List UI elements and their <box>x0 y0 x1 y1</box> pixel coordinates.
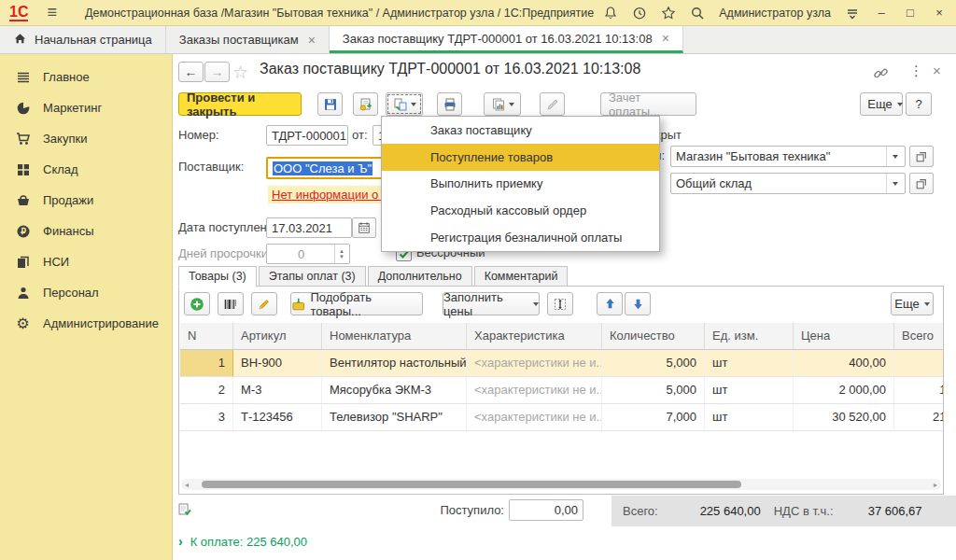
menu-item-goods-receipt[interactable]: Поступление товаров <box>382 144 659 171</box>
tab-additional[interactable]: Дополнительно <box>368 266 472 287</box>
goods-more-label: Еще <box>894 297 919 311</box>
forward-button[interactable]: → <box>204 62 230 82</box>
scroll-right-icon[interactable]: ▸ <box>930 481 941 489</box>
col-header-characteristic[interactable]: Характеристика <box>467 323 602 349</box>
menu-item-supplier-order[interactable]: Заказ поставщику <box>382 117 659 144</box>
offset-payment-button[interactable]: Зачет оплаты... <box>600 92 696 116</box>
goods-more-button[interactable]: Еще <box>891 292 934 315</box>
number-field[interactable]: ТДРТ-000001 <box>266 125 348 146</box>
edit-button[interactable] <box>540 92 565 116</box>
number-value: ТДРТ-000001 <box>272 129 346 143</box>
close-form-icon[interactable]: × <box>933 63 941 78</box>
to-pay-expander[interactable]: › К оплате: 225 640,00 <box>178 534 307 549</box>
move-row-up-button[interactable] <box>597 292 623 315</box>
more-dots-icon[interactable]: ⋮ <box>909 63 923 79</box>
calendar-picker-button[interactable] <box>352 217 376 238</box>
total-value: 225 640,00 <box>658 504 761 518</box>
supplier-value: ООО "Слеза и Ъ" <box>273 161 373 175</box>
printer-icon <box>443 97 457 112</box>
sidebar-item-sklad[interactable]: Склад <box>0 154 172 185</box>
save-button[interactable] <box>317 92 343 116</box>
pick-goods-button[interactable]: Подобрать товары... <box>290 292 423 315</box>
spinner-arrows-icon[interactable]: ▲▼ <box>334 245 344 263</box>
home-tab[interactable]: Начальная страница <box>0 26 166 53</box>
sidebar-item-nsi[interactable]: НСИ <box>0 246 172 277</box>
col-header-nomenclature[interactable]: Номенклатура <box>322 323 467 349</box>
close-tab-icon[interactable]: × <box>662 31 669 46</box>
store-field[interactable]: Магазин "Бытовая техника" <box>670 146 906 167</box>
col-header-total[interactable]: Всего <box>894 323 943 349</box>
tab-supplier-order-document[interactable]: Заказ поставщику ТДРТ-000001 от 16.03.20… <box>330 26 683 53</box>
help-button[interactable]: ? <box>906 92 932 116</box>
warehouse-field[interactable]: Общий склад <box>670 173 906 194</box>
combo-dropdown-icon[interactable] <box>886 174 900 193</box>
sidebar-item-administrirovanie[interactable]: ⚙ Администрирование <box>0 308 172 339</box>
sidebar-item-finansy[interactable]: ₽ Финансы <box>0 216 172 246</box>
overdue-days-field[interactable]: 0 ▲▼ <box>266 244 350 264</box>
more-button[interactable]: Еще <box>860 92 903 116</box>
get-link-icon[interactable] <box>873 65 889 84</box>
sidebar-item-marketing[interactable]: Маркетинг <box>0 92 172 123</box>
receipt-date-value: 17.03.2021 <box>272 221 332 235</box>
warehouse-grid-icon <box>15 161 31 177</box>
close-tab-icon[interactable]: × <box>308 33 316 48</box>
combo-dropdown-icon[interactable] <box>886 147 900 166</box>
col-header-unit[interactable]: Ед. изм. <box>705 323 794 349</box>
barcode-scan-button[interactable] <box>218 292 244 315</box>
post-document-icon <box>358 97 373 112</box>
favorites-star-icon[interactable] <box>661 6 676 21</box>
hamburger-menu-icon[interactable]: ≡ <box>47 3 57 22</box>
current-user[interactable]: Администратор узла <box>719 7 831 20</box>
history-clock-icon[interactable] <box>632 6 647 21</box>
col-header-price[interactable]: Цена <box>794 323 894 349</box>
minimize-button[interactable]: – <box>874 6 889 20</box>
table-row[interactable]: 2 М-3 Мясорубка ЭКМ-3 <характеристики не… <box>180 377 943 404</box>
receipt-date-field[interactable]: 17.03.2021 <box>266 217 352 238</box>
search-icon[interactable] <box>690 6 705 21</box>
horizontal-scrollbar[interactable]: ◂ ▸ <box>181 479 941 490</box>
open-warehouse-button[interactable] <box>909 173 934 194</box>
post-document-button[interactable] <box>353 92 378 116</box>
move-row-down-button[interactable] <box>625 292 651 315</box>
scrollbar-thumb[interactable] <box>202 481 741 488</box>
notifications-bell-icon[interactable] <box>603 6 618 21</box>
col-header-quantity[interactable]: Количество <box>602 323 705 349</box>
post-and-close-button[interactable]: Провести и закрыть <box>178 92 302 116</box>
sidebar-item-zakupki[interactable]: Закупки <box>0 123 172 154</box>
menu-item-perform-acceptance[interactable]: Выполнить приемку <box>382 171 659 198</box>
favorite-star-icon[interactable]: ☆ <box>232 62 248 83</box>
yellow-pencil-icon <box>257 297 272 312</box>
dropdown-arrow-icon <box>924 302 930 306</box>
tab-payment-stages[interactable]: Этапы оплат (3) <box>259 266 366 287</box>
open-store-button[interactable] <box>909 146 934 167</box>
scroll-left-icon[interactable]: ◂ <box>181 481 192 489</box>
edit-row-button[interactable] <box>251 292 277 315</box>
maximize-button[interactable]: □ <box>903 6 918 20</box>
add-row-button[interactable] <box>184 292 210 315</box>
tab-supplier-orders-list[interactable]: Заказы поставщикам × <box>166 26 330 53</box>
col-header-article[interactable]: Артикул <box>233 323 322 349</box>
col-header-n[interactable]: N <box>180 323 233 349</box>
sidebar-item-personal[interactable]: Персонал <box>0 277 172 308</box>
sidebar-item-glavnoe[interactable]: Главное <box>0 62 172 92</box>
sidebar-item-prodazhi[interactable]: Продажи <box>0 185 172 216</box>
received-field[interactable]: 0,00 <box>509 499 583 521</box>
document-form: ← → ☆ Заказ поставщику ТДРТ-000001 от 16… <box>173 54 956 560</box>
print-button[interactable] <box>437 92 462 116</box>
menu-item-cash-outflow-order[interactable]: Расходный кассовый ордер <box>382 197 659 224</box>
create-based-on-button[interactable] <box>386 92 423 116</box>
fill-prices-button[interactable]: Заполнить цены <box>443 292 540 315</box>
expand-rows-button[interactable] <box>547 292 573 315</box>
reports-button[interactable] <box>484 92 521 116</box>
service-menu-icon[interactable] <box>845 6 860 21</box>
pick-goods-icon <box>291 297 305 312</box>
table-header-row: N Артикул Номенклатура Характеристика Ко… <box>180 323 943 350</box>
table-row[interactable]: 3 Т-123456 Телевизор "SHARP" <характерис… <box>180 404 943 431</box>
tab-goods[interactable]: Товары (3) <box>178 266 257 287</box>
menu-item-cashless-payment-registration[interactable]: Регистрация безналичной оплаты <box>382 224 659 251</box>
close-window-button[interactable]: × <box>932 6 947 20</box>
tab-comment[interactable]: Комментарий <box>474 266 569 287</box>
table-row[interactable]: 1 ВН-900 Вентилятор настольный <характер… <box>180 350 943 377</box>
back-button[interactable]: ← <box>178 62 204 82</box>
received-label: Поступило: <box>411 500 504 521</box>
